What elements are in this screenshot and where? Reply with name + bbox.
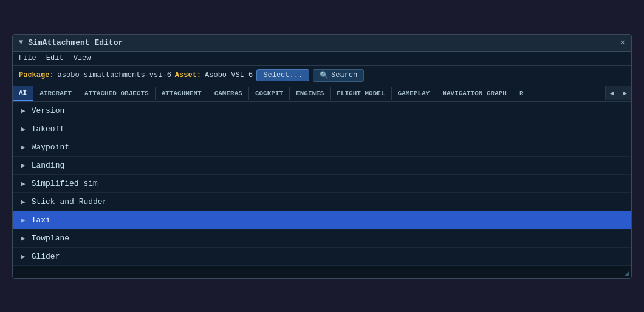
tab-attachment[interactable]: ATTACHMENT bbox=[156, 87, 208, 100]
tab-cockpit[interactable]: COCKPIT bbox=[249, 87, 290, 100]
content-area: ▶ Version ▶ Takeoff ▶ Waypoint ▶ Landing… bbox=[13, 102, 631, 266]
tab-cameras[interactable]: CAMERAS bbox=[208, 87, 249, 100]
expand-icon-simplified-sim: ▶ bbox=[21, 180, 26, 188]
package-value: asobo-simattachments-vsi-6 bbox=[58, 71, 171, 80]
tab-aircraft[interactable]: AIRCRAFT bbox=[33, 87, 78, 100]
asset-label: Asset: bbox=[175, 71, 201, 80]
package-label: Package: bbox=[19, 71, 54, 80]
list-item-label-landing: Landing bbox=[32, 161, 65, 170]
search-button-label: Search bbox=[331, 71, 357, 80]
title-bar-left: ▼ SimAttachment Editor bbox=[19, 38, 123, 47]
menu-edit[interactable]: Edit bbox=[46, 54, 64, 63]
search-button[interactable]: 🔍 Search bbox=[313, 69, 364, 82]
package-bar: Package: asobo-simattachments-vsi-6 Asse… bbox=[13, 66, 631, 86]
tab-attached-objects[interactable]: ATTACHED OBJECTS bbox=[78, 87, 156, 100]
tab-r[interactable]: R bbox=[513, 87, 530, 100]
expand-icon-towplane: ▶ bbox=[21, 234, 26, 242]
list-item[interactable]: ▶ Towplane bbox=[13, 229, 631, 248]
expand-icon-stick-rudder: ▶ bbox=[21, 198, 26, 206]
list-item[interactable]: ▶ Stick and Rudder bbox=[13, 193, 631, 211]
menu-view[interactable]: View bbox=[74, 54, 91, 63]
list-item[interactable]: ▶ Takeoff bbox=[13, 120, 631, 138]
list-item-selected[interactable]: ▶ Taxi bbox=[13, 211, 631, 229]
list-item-label-stick-rudder: Stick and Rudder bbox=[32, 197, 108, 206]
list-item[interactable]: ▶ Simplified sim bbox=[13, 175, 631, 193]
list-item-label-simplified-sim: Simplified sim bbox=[32, 179, 98, 188]
main-window: ▼ SimAttachment Editor ✕ File Edit View … bbox=[12, 34, 632, 279]
bottom-bar: ◢ bbox=[13, 266, 631, 278]
menu-file[interactable]: File bbox=[19, 54, 36, 63]
list-item-label-waypoint: Waypoint bbox=[32, 143, 69, 152]
expand-icon-glider: ▶ bbox=[21, 253, 26, 260]
expand-icon-landing: ▶ bbox=[21, 161, 26, 169]
expand-icon-waypoint: ▶ bbox=[21, 143, 26, 151]
list-item-label-taxi: Taxi bbox=[32, 215, 50, 225]
window-title: SimAttachment Editor bbox=[28, 38, 123, 47]
asset-value: Asobo_VSI_6 bbox=[205, 71, 253, 80]
expand-icon-takeoff: ▶ bbox=[21, 125, 26, 133]
title-bar: ▼ SimAttachment Editor ✕ bbox=[13, 35, 631, 52]
tabs-bar: AI AIRCRAFT ATTACHED OBJECTS ATTACHMENT … bbox=[13, 86, 631, 102]
list-item-label-glider: Glider bbox=[32, 252, 60, 261]
list-item[interactable]: ▶ Waypoint bbox=[13, 138, 631, 157]
tab-nav: ◀ ▶ bbox=[605, 86, 631, 100]
list-item-label-takeoff: Takeoff bbox=[32, 124, 65, 134]
menu-bar: File Edit View bbox=[13, 52, 631, 66]
title-arrow-icon: ▼ bbox=[19, 38, 23, 47]
list-item[interactable]: ▶ Landing bbox=[13, 157, 631, 175]
resize-corner-icon: ◢ bbox=[625, 269, 629, 278]
tab-nav-prev[interactable]: ◀ bbox=[605, 86, 618, 100]
search-icon: 🔍 bbox=[320, 71, 329, 80]
close-button[interactable]: ✕ bbox=[620, 38, 625, 47]
list-item-label-version: Version bbox=[32, 106, 65, 115]
list-item[interactable]: ▶ Version bbox=[13, 102, 631, 120]
tab-flight-model[interactable]: FLIGHT MODEL bbox=[331, 87, 391, 100]
tab-engines[interactable]: ENGINES bbox=[290, 87, 331, 100]
tab-navigation-graph[interactable]: NAVIGATION GRAPH bbox=[436, 87, 513, 100]
select-button[interactable]: Select... bbox=[256, 69, 309, 81]
list-item-label-towplane: Towplane bbox=[32, 234, 69, 243]
expand-icon-taxi: ▶ bbox=[21, 216, 26, 224]
tab-ai[interactable]: AI bbox=[13, 86, 33, 101]
tab-gameplay[interactable]: GAMEPLAY bbox=[392, 87, 437, 100]
list-item[interactable]: ▶ Glider bbox=[13, 248, 631, 266]
tab-nav-next[interactable]: ▶ bbox=[618, 86, 631, 100]
expand-icon-version: ▶ bbox=[21, 107, 26, 115]
